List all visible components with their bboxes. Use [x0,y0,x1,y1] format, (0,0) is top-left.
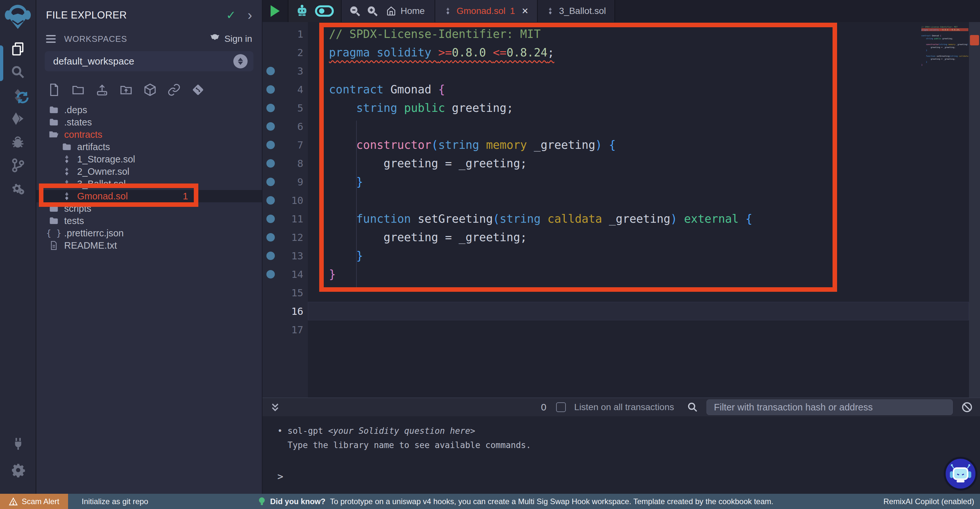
compiler-refresh-icon [15,90,30,105]
zoom-out-icon[interactable] [349,5,361,17]
folder-icon [49,117,59,128]
github-icon [209,34,220,44]
debugger-icon[interactable] [0,130,36,154]
create-workspace-icon[interactable] [143,83,157,97]
minimap-line: pragma solidity >=0.8.0 <=0.8.24; [921,28,968,31]
git-init-button[interactable]: Initialize as git repo [82,497,148,506]
line-number: 15 [279,287,308,298]
tree-item--deps[interactable]: .deps [36,104,262,116]
copilot-status: RemixAI Copilot (enabled) [883,497,974,506]
ai-robot-icon[interactable] [296,5,309,18]
tree-item-label: tests [64,215,84,226]
gutter-dot-icon [262,252,279,260]
plugin-manager-icon[interactable] [0,436,36,451]
code-line-10[interactable]: 10 [262,191,969,209]
new-file-icon[interactable] [47,83,61,97]
code-editor[interactable]: 1// SPDX-License-Identifier: MIT2pragma … [262,22,980,397]
status-bar: Scam Alert Initialize as git repo Did yo… [0,494,980,509]
ai-copilot-toggle[interactable] [315,5,334,17]
deploy-and-run-icon[interactable] [0,107,36,130]
code-line-9[interactable]: 9 } [262,172,969,191]
code-line-2[interactable]: 2pragma solidity >=0.8.0 <=0.8.24; [262,43,969,62]
tree-item-contracts[interactable]: contracts [36,128,262,141]
zoom-in-icon[interactable] [366,5,379,17]
tab-3-ballot-sol[interactable]: 3_Ballot.sol [538,0,615,22]
terminal-toolbar: 0 Listen on all transactions [262,397,980,416]
code-text: pragma solidity >=0.8.0 <=0.8.24; [308,43,969,62]
code-line-15[interactable]: 15 [262,283,969,302]
code-text: contract Gmonad { [308,80,969,99]
search-icon[interactable] [0,60,36,84]
clone-git-icon[interactable] [191,83,205,97]
tree-item-gmonad-sol[interactable]: Gmonad.sol1 [36,190,262,202]
workspaces-label: WORKSPACES [64,34,127,44]
file-explorer-icon[interactable] [0,37,36,60]
line-number: 16 [279,305,308,317]
code-line-3[interactable]: 3 [262,62,969,80]
workspace-select[interactable]: default_workspace [45,51,253,71]
code-text: function setGreeting(string calldata _gr… [308,209,969,228]
tree-item-1-storage-sol[interactable]: 1_Storage.sol [36,153,262,165]
tab-home[interactable]: Home [384,6,428,16]
solidity-icon [62,166,72,177]
code-text [308,62,969,80]
close-tab-icon[interactable]: ✕ [522,6,528,16]
tab-gmonad-sol[interactable]: Gmonad.sol 1 ✕ [435,0,538,22]
git-icon[interactable] [0,154,36,177]
code-line-11[interactable]: 11 function setGreeting(string calldata … [262,209,969,228]
transaction-filter-input[interactable] [706,399,953,415]
folder-icon [49,105,59,115]
tree-item-scripts[interactable]: scripts [36,202,262,215]
upload-folder-icon[interactable] [119,83,133,97]
tree-item-3-ballot-sol[interactable]: 3_Ballot.sol [36,178,262,190]
solidity-compiler-icon[interactable] [0,84,36,107]
solidity-icon [62,179,72,189]
expand-terminal-icon[interactable] [270,402,281,413]
upload-file-icon[interactable] [95,83,109,97]
terminal-output[interactable]: • sol-gpt <your Solidity question here> … [262,416,980,494]
code-line-17[interactable]: 17 [262,320,969,339]
line-number: 2 [279,47,308,58]
code-line-6[interactable]: 6 [262,117,969,136]
code-line-1[interactable]: 1// SPDX-License-Identifier: MIT [262,25,969,43]
tree-item-artifacts[interactable]: artifacts [36,141,262,153]
plugin-gears-icon[interactable] [0,177,36,200]
gutter-dot-icon [262,85,279,94]
workspaces-menu-icon[interactable] [46,33,56,45]
minimap-line: string public greeting; [921,37,968,40]
tree-item--prettierrc-json[interactable]: { }.prettierrc.json [36,227,262,239]
sign-in-button[interactable]: Sign in [209,34,252,44]
listen-transactions-checkbox[interactable] [556,402,566,412]
gutter-dot-icon [262,159,279,168]
code-line-7[interactable]: 7 constructor(string memory _greeting) { [262,136,969,154]
remix-logo[interactable] [4,4,32,30]
folder-icon [49,203,59,214]
code-line-16[interactable]: 16 [262,302,969,320]
indent-guide [356,121,357,287]
gutter-dot-icon [262,67,279,75]
tree-item-tests[interactable]: tests [36,215,262,227]
code-line-12[interactable]: 12 greeting = _greeting; [262,228,969,246]
code-line-13[interactable]: 13 } [262,246,969,265]
editor-scrollbar[interactable] [969,22,980,397]
import-from-url-icon[interactable] [167,83,181,97]
editor-topbar: Home Gmonad.sol 1 ✕ 3_Ballot.sol [262,0,980,22]
scam-alert-button[interactable]: Scam Alert [0,494,68,509]
remix-ai-assistant-button[interactable] [944,457,977,490]
tree-item--states[interactable]: .states [36,116,262,128]
code-line-14[interactable]: 14} [262,265,969,283]
code-line-4[interactable]: 4contract Gmonad { [262,80,969,99]
tree-item-readme-txt[interactable]: README.txt [36,239,262,252]
code-line-8[interactable]: 8 greeting = _greeting; [262,154,969,172]
new-folder-icon[interactable] [71,83,85,97]
clear-console-icon[interactable] [961,401,973,413]
settings-gear-icon[interactable] [0,463,36,477]
chevron-right-icon[interactable]: › [248,10,252,20]
run-script-button[interactable] [262,0,288,22]
tree-item-2-owner-sol[interactable]: 2_Owner.sol [36,165,262,178]
minimap-line [921,31,968,34]
code-text: constructor(string memory _greeting) { [308,136,969,154]
code-line-5[interactable]: 5 string public greeting; [262,99,969,117]
minimap[interactable]: // SPDX-License-Identifier: MITpragma so… [921,25,968,66]
tree-item-label: 3_Ballot.sol [77,179,126,189]
